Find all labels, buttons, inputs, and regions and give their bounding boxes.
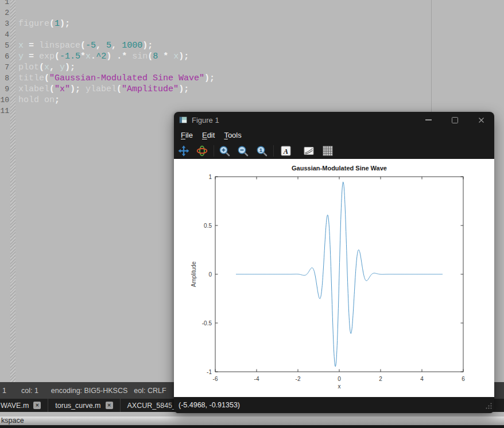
code-line: y = exp(-1.5*x.^2) .* sin(8 * x); [18, 51, 215, 62]
line-number: 3 [0, 18, 9, 29]
line-number: 7 [0, 62, 9, 73]
resize-grip-icon[interactable] [486, 403, 492, 411]
gutter-separator [10, 0, 15, 382]
line-number: 8 [0, 73, 9, 84]
figure-window: Figure 1 FileEditTools 1A Gaussian-Modul… [174, 112, 494, 413]
code-token: , [96, 41, 106, 50]
code-token: ( [49, 84, 55, 94]
x-tick-label: -2 [296, 376, 301, 382]
bottom-strip [0, 425, 504, 428]
code-token: ); [142, 41, 153, 50]
figure-window-icon [179, 116, 187, 123]
code-token: x [18, 41, 24, 50]
line-number: 10 [0, 95, 9, 106]
x-tick-label: 6 [462, 376, 465, 382]
window-buttons [410, 112, 490, 128]
code-token: ); [179, 84, 189, 94]
x-axis-label: x [338, 383, 341, 390]
code-token: ; [55, 95, 60, 105]
code-token: ); [65, 63, 75, 72]
x-tick-label: 2 [379, 376, 382, 382]
code-token: ( [148, 52, 153, 61]
code-token: ylabel [86, 84, 117, 94]
grid-icon[interactable] [322, 145, 334, 157]
code-line: title("Gaussian-Modulated Sine Wave"); [18, 73, 215, 84]
svg-text:A: A [283, 147, 288, 155]
status-item: eol: CRLF [134, 387, 166, 395]
line-number: 5 [0, 40, 9, 51]
window-title: Figure 1 [192, 116, 219, 124]
figure-menubar: FileEditTools [174, 128, 494, 142]
menu-tools[interactable]: Tools [223, 130, 242, 140]
tab-torus-curve-m[interactable]: torus_curve.m✕ [48, 399, 120, 412]
code-token: -1.5 [60, 52, 80, 61]
code-line: hold on; [18, 95, 215, 106]
figure-canvas[interactable]: Gaussian-Modulated Sine Wave-6-4-2024610… [174, 159, 494, 397]
code-token: xlabel [18, 84, 49, 94]
tab-close-icon[interactable]: ✕ [33, 402, 41, 409]
chart[interactable]: Gaussian-Modulated Sine Wave-6-4-2024610… [174, 159, 494, 397]
plot-style-icon[interactable] [303, 145, 315, 157]
y-tick-label: 1 [208, 174, 212, 180]
code-token: title [18, 73, 44, 83]
zoom-reset-icon[interactable]: 1 [256, 145, 267, 157]
minimize-icon[interactable] [420, 112, 437, 128]
menu-edit[interactable]: Edit [201, 130, 216, 140]
code-token: ( [117, 84, 122, 94]
line-number: 6 [0, 51, 9, 62]
code-token: , [49, 63, 60, 72]
x-tick-label: 0 [338, 376, 341, 382]
line-number: 2 [0, 7, 9, 18]
code-token: linspace [39, 41, 80, 50]
code-token: "Amplitude" [122, 84, 179, 94]
toolbar-separator [273, 145, 274, 157]
workspace-label: kspace [1, 417, 24, 425]
code-token: . [91, 52, 96, 61]
code-token: ( [39, 63, 44, 72]
code-token: plot [18, 63, 39, 72]
line-number: 1 [0, 0, 9, 7]
tab-label: torus_curve.m [55, 402, 100, 410]
code-token: figure [18, 19, 49, 29]
code-token: ( [80, 41, 86, 50]
maximize-icon[interactable] [446, 112, 463, 128]
code-token: exp [39, 52, 55, 61]
status-item: encoding: BIG5-HKSCS [51, 387, 127, 395]
line-number: 9 [0, 84, 9, 95]
code-line [18, 29, 215, 40]
code-token: ); [179, 52, 189, 61]
code-token: ^2 [96, 52, 106, 61]
close-icon[interactable] [472, 112, 490, 128]
workspace-bar: kspace [0, 417, 504, 425]
code-token: x [44, 63, 49, 72]
code-token: ( [55, 52, 60, 61]
zoom-in-icon[interactable] [219, 145, 230, 157]
code-token: .* [111, 52, 132, 61]
code-line [18, 7, 215, 18]
y-tick-label: 0.5 [204, 223, 212, 229]
code-token: "x" [55, 84, 70, 94]
pan-icon[interactable] [178, 145, 189, 157]
code-token: 1000 [122, 41, 142, 50]
line-number: 4 [0, 29, 9, 40]
menu-file[interactable]: File [180, 130, 194, 140]
code-token: y [60, 63, 65, 72]
code-token: y [18, 52, 24, 61]
code-token: = [24, 52, 39, 61]
series-line [236, 182, 443, 367]
code-line: xlabel("x"); ylabel("Amplitude"); [18, 84, 215, 95]
plot-title: Gaussian-Modulated Sine Wave [292, 165, 387, 172]
tab-wave-m[interactable]: WAVE.m✕ [0, 399, 48, 412]
toolbar-separator [214, 145, 214, 157]
code-token: ( [49, 19, 55, 29]
text-annotation-icon[interactable]: A [280, 145, 292, 157]
zoom-out-icon[interactable] [237, 145, 249, 157]
code-line: figure(1); [18, 18, 215, 29]
tab-close-icon[interactable]: ✕ [106, 402, 113, 409]
line-number-gutter: 1234567891011 [0, 0, 9, 116]
y-tick-label: -0.5 [202, 320, 212, 326]
figure-titlebar[interactable]: Figure 1 [174, 112, 494, 128]
rotate-icon[interactable] [196, 145, 208, 157]
code-token: 1 [55, 19, 60, 29]
code-area[interactable]: figure(1); x = linspace(-5, 5, 1000);y =… [18, 0, 215, 116]
